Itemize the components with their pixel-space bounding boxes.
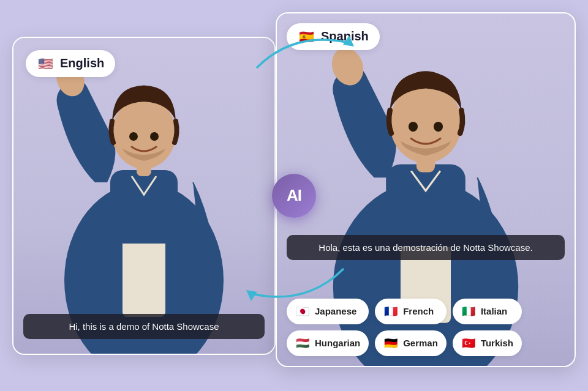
hungarian-label: Hungarian [315,338,360,348]
italian-label: Italian [481,306,507,316]
english-label: English [60,56,104,70]
turkish-flag-icon: 🇹🇷 [461,336,476,351]
japanese-label: Japanese [315,306,356,316]
svg-point-7 [150,132,159,141]
japanese-flag-icon: 🇯🇵 [295,304,310,319]
left-person-figure [46,48,242,354]
german-label: German [403,338,438,348]
right-card: 🇪🇸 Spanish Hola, esta es una demostració… [276,12,576,367]
spanish-label: Spanish [321,29,369,43]
ai-label: AI [287,186,301,205]
left-card-bg [13,38,274,354]
english-badge: 🇺🇸 English [26,50,115,77]
lang-option-italian[interactable]: 🇮🇹 Italian [453,299,522,324]
language-options-grid: 🇯🇵 Japanese 🇫🇷 French 🇮🇹 Italian 🇭🇺 Hung… [277,299,576,356]
svg-point-6 [129,132,138,141]
lang-option-german[interactable]: 🇩🇪 German [375,330,447,356]
us-flag-icon: 🇺🇸 [37,55,54,72]
es-flag-icon: 🇪🇸 [298,28,315,45]
svg-point-15 [434,121,443,131]
french-label: French [403,306,434,316]
svg-point-14 [409,121,418,131]
svg-rect-11 [386,164,466,247]
left-subtitle: Hi, this is a demo of Notta Showcase [23,314,265,339]
french-flag-icon: 🇫🇷 [383,304,398,319]
right-subtitle: Hola, esta es una demostración de Notta … [287,235,565,260]
lang-option-turkish[interactable]: 🇹🇷 Turkish [453,330,522,356]
svg-rect-3 [110,170,178,244]
lang-option-french[interactable]: 🇫🇷 French [375,299,447,324]
turkish-label: Turkish [481,338,513,348]
lang-option-hungarian[interactable]: 🇭🇺 Hungarian [287,330,369,356]
lang-option-japanese[interactable]: 🇯🇵 Japanese [287,299,369,324]
spanish-badge: 🇪🇸 Spanish [287,23,380,50]
ai-badge: AI [272,174,316,218]
left-card: 🇺🇸 English Hi, this is a demo of Notta S… [12,37,276,355]
hungarian-flag-icon: 🇭🇺 [295,336,310,351]
german-flag-icon: 🇩🇪 [383,336,398,351]
italian-flag-icon: 🇮🇹 [461,304,476,319]
main-scene: 🇺🇸 English Hi, this is a demo of Notta S… [12,12,576,379]
